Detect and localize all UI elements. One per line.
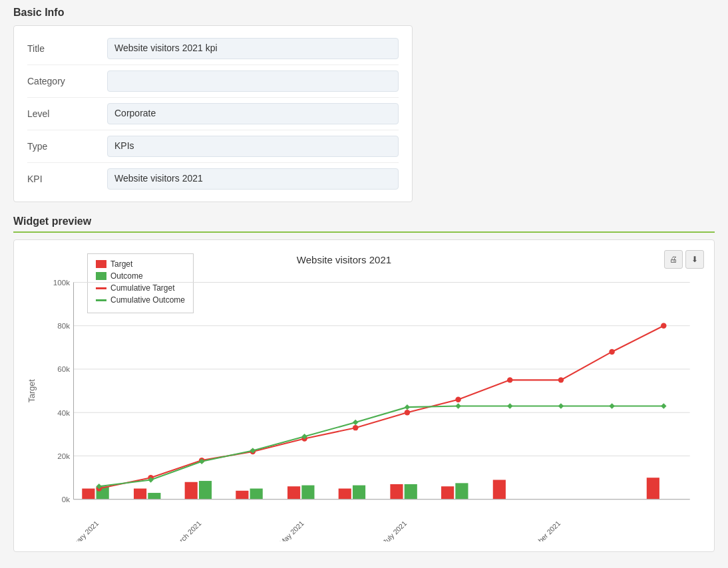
svg-point-48 (661, 323, 667, 329)
legend-target-color (96, 260, 106, 268)
basic-info-section-title: Basic Info (13, 7, 715, 19)
svg-marker-55 (405, 404, 411, 410)
field-level: Level Corporate (27, 98, 399, 130)
svg-point-42 (353, 425, 359, 430)
svg-rect-0 (74, 283, 690, 499)
field-title: Title Website visitors 2021 kpi (27, 33, 399, 65)
svg-rect-35 (493, 480, 506, 499)
widget-preview-section-title: Widget preview (13, 215, 715, 233)
svg-text:20k: 20k (57, 452, 70, 460)
field-type: Type KPIs (27, 130, 399, 163)
svg-point-47 (609, 349, 615, 355)
svg-rect-24 (199, 481, 212, 499)
svg-text:Target: Target (27, 379, 37, 403)
svg-rect-30 (353, 486, 365, 499)
svg-text:60k: 60k (57, 364, 70, 373)
svg-rect-31 (390, 484, 403, 499)
svg-marker-59 (609, 403, 615, 408)
svg-rect-19 (82, 489, 94, 499)
svg-point-45 (507, 377, 513, 382)
value-category (107, 71, 399, 92)
value-type: KPIs (107, 136, 399, 157)
label-category: Category (27, 76, 107, 86)
svg-marker-57 (507, 403, 513, 408)
svg-rect-22 (148, 493, 160, 499)
svg-rect-36 (647, 478, 659, 499)
chart-container: 100k 80k 60k 40k 20k 0k Target January –… (24, 275, 704, 541)
value-title: Website visitors 2021 kpi (107, 38, 399, 59)
svg-text:September – September 2021: September – September 2021 (489, 519, 562, 541)
chart-svg: 100k 80k 60k 40k 20k 0k Target January –… (24, 275, 704, 541)
svg-text:July – July 2021: July – July 2021 (367, 519, 409, 541)
svg-rect-34 (455, 483, 468, 499)
svg-point-44 (455, 397, 461, 402)
label-title: Title (27, 43, 107, 54)
print-button[interactable]: 🖨 (664, 250, 683, 269)
svg-marker-54 (353, 420, 359, 425)
svg-rect-26 (250, 489, 263, 499)
svg-text:March – March 2021: March – March 2021 (151, 519, 203, 541)
basic-info-card: Title Website visitors 2021 kpi Category… (13, 25, 413, 202)
svg-rect-33 (441, 486, 454, 499)
label-kpi: KPI (27, 174, 107, 184)
svg-marker-60 (661, 403, 667, 408)
value-kpi: Website visitors 2021 (107, 168, 399, 190)
svg-rect-32 (405, 484, 417, 499)
svg-text:40k: 40k (57, 408, 70, 417)
field-kpi: KPI Website visitors 2021 (27, 163, 399, 195)
label-level: Level (27, 108, 107, 119)
field-category: Category (27, 65, 399, 98)
svg-rect-23 (185, 482, 198, 499)
legend-target-label: Target (110, 259, 132, 269)
chart-actions: 🖨 ⬇ (664, 250, 704, 269)
svg-rect-28 (301, 486, 314, 499)
svg-text:100k: 100k (53, 278, 71, 287)
svg-point-46 (558, 377, 564, 382)
widget-preview-card: Website visitors 2021 🖨 ⬇ Target Outcome… (13, 239, 715, 552)
svg-text:80k: 80k (57, 321, 70, 330)
value-level: Corporate (107, 103, 399, 124)
svg-text:May – May 2021: May – May 2021 (263, 519, 305, 541)
svg-text:0k: 0k (62, 495, 71, 503)
svg-rect-25 (236, 491, 248, 499)
download-button[interactable]: ⬇ (685, 250, 704, 269)
svg-point-43 (405, 410, 411, 415)
label-type: Type (27, 141, 107, 152)
svg-rect-21 (134, 489, 146, 499)
svg-marker-58 (558, 403, 564, 408)
svg-rect-27 (287, 486, 300, 499)
svg-text:January – January 2021: January – January 2021 (41, 519, 100, 541)
page-container: Basic Info Title Website visitors 2021 k… (0, 0, 728, 559)
svg-rect-29 (339, 489, 351, 499)
legend-target: Target (96, 259, 185, 269)
svg-marker-56 (455, 403, 461, 408)
